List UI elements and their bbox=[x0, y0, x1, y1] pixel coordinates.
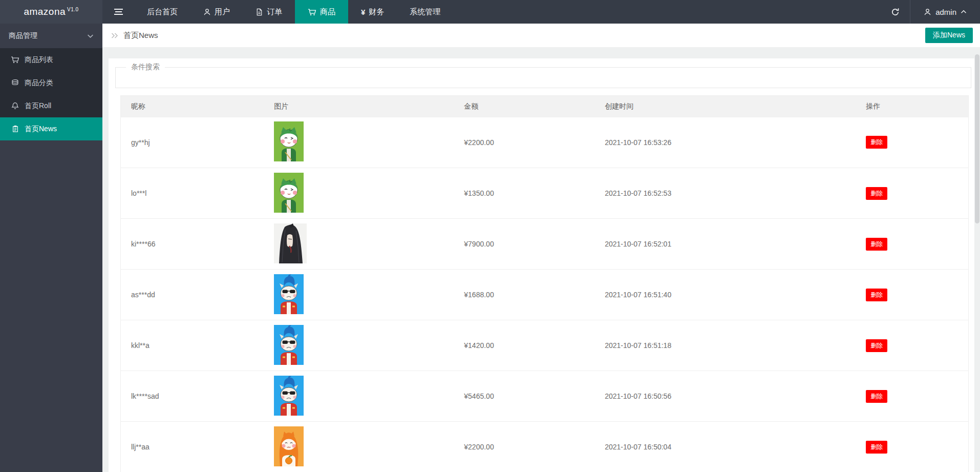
avatar-blue-cat bbox=[274, 376, 304, 416]
delete-button[interactable]: 删除 bbox=[866, 441, 887, 454]
image-cell bbox=[264, 422, 454, 472]
image-cell bbox=[264, 168, 454, 219]
admin-menu[interactable]: admin bbox=[910, 0, 980, 24]
file-icon bbox=[255, 8, 263, 16]
sidebar-group-label: 商品管理 bbox=[9, 31, 37, 40]
sidebar-item-label: 商品分类 bbox=[25, 78, 53, 88]
delete-button[interactable]: 删除 bbox=[866, 136, 887, 149]
column-header: 创建时间 bbox=[594, 96, 856, 117]
image-cell bbox=[264, 371, 454, 422]
delete-button[interactable]: 删除 bbox=[866, 238, 887, 251]
nav-item-users[interactable]: 用户 bbox=[190, 0, 243, 24]
nav-item-goods[interactable]: 商品 bbox=[295, 0, 348, 24]
nav-item-orders[interactable]: 订单 bbox=[243, 0, 295, 24]
nav-item-dashboard[interactable]: 后台首页 bbox=[134, 0, 190, 24]
app-logo-text: amazona bbox=[24, 6, 66, 17]
news-table: 昵称图片金额创建时间操作 gy**hj ¥2200.00 2021-10-07 … bbox=[120, 95, 969, 472]
nav-item-label: 财务 bbox=[369, 7, 384, 17]
person-icon bbox=[924, 8, 931, 16]
person-icon bbox=[203, 8, 211, 16]
created-time-cell: 2021-10-07 16:50:56 bbox=[594, 371, 856, 422]
nav-item-label: 系统管理 bbox=[410, 7, 440, 17]
nav-item-label: 商品 bbox=[320, 7, 335, 17]
delete-button[interactable]: 删除 bbox=[866, 339, 887, 352]
actions-cell: 删除 bbox=[856, 371, 968, 422]
cart-icon bbox=[308, 8, 316, 16]
nickname-cell: as***dd bbox=[121, 270, 264, 320]
add-news-button[interactable]: 添加News bbox=[925, 28, 973, 43]
nickname-cell: gy**hj bbox=[121, 117, 264, 168]
navbar-right: admin bbox=[880, 0, 980, 24]
bell-icon bbox=[11, 102, 19, 110]
sidebar-item-home-roll[interactable]: 首页Roll bbox=[0, 94, 102, 117]
image-cell bbox=[264, 320, 454, 371]
table-row: lk****sad ¥5465.00 2021-10-07 16:50:56 删… bbox=[121, 371, 969, 422]
table-row: as***dd ¥1688.00 2021-10-07 16:51:40 删除 bbox=[121, 270, 969, 320]
chevron-up-icon bbox=[961, 10, 967, 14]
created-time-cell: 2021-10-07 16:53:26 bbox=[594, 117, 856, 168]
created-time-cell: 2021-10-07 16:52:01 bbox=[594, 219, 856, 270]
double-chevron-icon bbox=[111, 32, 119, 39]
avatar-blue-cat bbox=[274, 325, 304, 365]
breadcrumb: 首页News bbox=[123, 31, 158, 40]
nickname-cell: llj**aa bbox=[121, 422, 264, 472]
sidebar-group-goods-management[interactable]: 商品管理 bbox=[0, 24, 102, 48]
created-time-cell: 2021-10-07 16:51:18 bbox=[594, 320, 856, 371]
sidebar-item-goods-category[interactable]: 商品分类 bbox=[0, 71, 102, 94]
delete-button[interactable]: 删除 bbox=[866, 187, 887, 200]
column-header: 昵称 bbox=[121, 96, 264, 117]
app-version: V1.0 bbox=[67, 7, 79, 12]
sidebar-submenu: 商品列表商品分类首页Roll首页News bbox=[0, 48, 102, 140]
refresh-button[interactable] bbox=[880, 0, 910, 24]
delete-button[interactable]: 删除 bbox=[866, 289, 887, 301]
table-row: ki****66 ¥7900.00 2021-10-07 16:52:01 删除 bbox=[121, 219, 969, 270]
avatar-green-cat bbox=[274, 173, 304, 213]
avatar-green-cat bbox=[274, 121, 304, 161]
search-fieldset: 条件搜索 bbox=[115, 63, 971, 88]
amount-cell: ¥1420.00 bbox=[454, 320, 594, 371]
content-panel: 条件搜索 昵称图片金额创建时间操作 gy**hj ¥2200.00 2021-1… bbox=[109, 58, 974, 472]
yen-icon: ¥ bbox=[361, 8, 365, 16]
delete-button[interactable]: 删除 bbox=[866, 390, 887, 403]
nickname-cell: lo***l bbox=[121, 168, 264, 219]
created-time-cell: 2021-10-07 16:50:04 bbox=[594, 422, 856, 472]
column-header: 图片 bbox=[264, 96, 454, 117]
column-header: 金额 bbox=[454, 96, 594, 117]
app-logo: amazonaV1.0 bbox=[0, 0, 102, 24]
nav-item-finance[interactable]: ¥财务 bbox=[348, 0, 397, 24]
actions-cell: 删除 bbox=[856, 270, 968, 320]
top-navbar: amazonaV1.0 后台首页用户订单商品¥财务系统管理 admin bbox=[0, 0, 980, 24]
breadcrumb-bar: 首页News 添加News bbox=[102, 24, 980, 47]
layers-icon bbox=[11, 79, 19, 87]
hamburger-menu-icon[interactable] bbox=[102, 0, 134, 24]
nav-item-label: 订单 bbox=[267, 7, 282, 17]
scrollbar-track[interactable] bbox=[974, 24, 980, 472]
admin-username: admin bbox=[935, 8, 956, 16]
sidebar: 商品管理 商品列表商品分类首页Roll首页News bbox=[0, 24, 102, 472]
scrollbar-thumb[interactable] bbox=[975, 54, 979, 223]
amount-cell: ¥7900.00 bbox=[454, 219, 594, 270]
avatar-orange-cat bbox=[274, 426, 304, 466]
sidebar-item-goods-list[interactable]: 商品列表 bbox=[0, 48, 102, 71]
nickname-cell: lk****sad bbox=[121, 371, 264, 422]
table-row: llj**aa ¥2200.00 2021-10-07 16:50:04 删除 bbox=[121, 422, 969, 472]
table-row: gy**hj ¥2200.00 2021-10-07 16:53:26 删除 bbox=[121, 117, 969, 168]
avatar-blue-cat bbox=[274, 274, 304, 314]
actions-cell: 删除 bbox=[856, 422, 968, 472]
main-nav: 后台首页用户订单商品¥财务系统管理 bbox=[134, 0, 453, 24]
nav-item-system[interactable]: 系统管理 bbox=[397, 0, 453, 24]
nav-item-label: 用户 bbox=[215, 7, 230, 17]
page: { "navbar": { "logo": "amazona", "logo_v… bbox=[0, 0, 980, 472]
sidebar-item-label: 首页Roll bbox=[25, 101, 51, 111]
amount-cell: ¥1688.00 bbox=[454, 270, 594, 320]
nickname-cell: ki****66 bbox=[121, 219, 264, 270]
search-fieldset-legend: 条件搜索 bbox=[126, 63, 165, 72]
actions-cell: 删除 bbox=[856, 168, 968, 219]
chevron-down-icon bbox=[87, 34, 94, 38]
sidebar-item-home-news[interactable]: 首页News bbox=[0, 117, 102, 140]
news-icon bbox=[11, 125, 19, 133]
cart-icon bbox=[11, 56, 19, 64]
column-header: 操作 bbox=[856, 96, 968, 117]
actions-cell: 删除 bbox=[856, 219, 968, 270]
amount-cell: ¥1350.00 bbox=[454, 168, 594, 219]
